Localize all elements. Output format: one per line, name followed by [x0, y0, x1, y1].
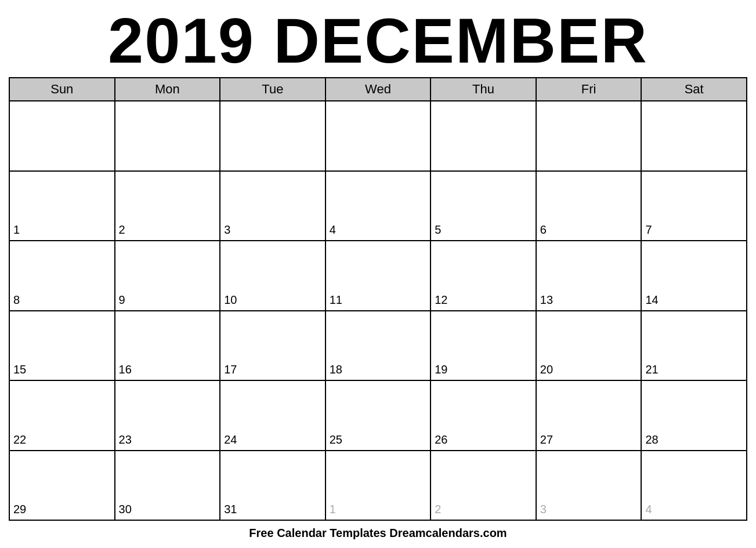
- day-header-sun: Sun: [9, 78, 115, 101]
- calendar-cell[interactable]: 27: [536, 380, 642, 451]
- calendar-cell[interactable]: 20: [536, 311, 642, 381]
- calendar-cell[interactable]: [536, 101, 642, 171]
- week-row-3: 15161718192021: [9, 311, 747, 381]
- calendar-cell[interactable]: 7: [641, 171, 747, 241]
- calendar-cell[interactable]: 11: [325, 241, 431, 311]
- calendar-cell[interactable]: 12: [431, 241, 536, 311]
- calendar-cell[interactable]: 18: [325, 311, 431, 381]
- calendar-cell[interactable]: [431, 101, 536, 171]
- calendar-cell[interactable]: 2: [431, 451, 536, 521]
- day-header-thu: Thu: [431, 78, 536, 101]
- calendar-cell[interactable]: 17: [220, 311, 325, 381]
- week-row-5: 2930311234: [9, 451, 747, 521]
- calendar-cell[interactable]: 22: [9, 380, 115, 451]
- calendar-cell[interactable]: 1: [9, 171, 115, 241]
- calendar-cell[interactable]: 4: [641, 451, 747, 521]
- calendar-title: 2019 DECEMBER: [9, 6, 747, 77]
- week-row-0: [9, 101, 747, 171]
- calendar-cell[interactable]: 3: [220, 171, 325, 241]
- calendar-cell[interactable]: [115, 101, 220, 171]
- calendar-cell[interactable]: 5: [431, 171, 536, 241]
- calendar-cell[interactable]: 23: [115, 380, 220, 451]
- calendar-cell[interactable]: 30: [115, 451, 220, 521]
- calendar-cell[interactable]: 19: [431, 311, 536, 381]
- day-header-tue: Tue: [220, 78, 325, 101]
- calendar-cell[interactable]: 3: [536, 451, 642, 521]
- calendar-cell[interactable]: [9, 101, 115, 171]
- calendar-cell[interactable]: 8: [9, 241, 115, 311]
- day-header-sat: Sat: [641, 78, 747, 101]
- calendar-cell[interactable]: 26: [431, 380, 536, 451]
- calendar-cell[interactable]: 28: [641, 380, 747, 451]
- calendar-cell[interactable]: 9: [115, 241, 220, 311]
- calendar-cell[interactable]: 2: [115, 171, 220, 241]
- calendar-body: 1234567891011121314151617181920212223242…: [9, 101, 747, 520]
- calendar-cell[interactable]: [220, 101, 325, 171]
- calendar-cell[interactable]: 6: [536, 171, 642, 241]
- day-header-fri: Fri: [536, 78, 642, 101]
- calendar-cell[interactable]: 10: [220, 241, 325, 311]
- calendar-cell[interactable]: 24: [220, 380, 325, 451]
- week-row-4: 22232425262728: [9, 380, 747, 451]
- days-header-row: SunMonTueWedThuFriSat: [9, 78, 747, 101]
- calendar-container: 2019 DECEMBER SunMonTueWedThuFriSat 1234…: [0, 0, 756, 548]
- calendar-cell[interactable]: [325, 101, 431, 171]
- calendar-cell[interactable]: 14: [641, 241, 747, 311]
- footer-text: Free Calendar Templates Dreamcalendars.c…: [9, 521, 747, 542]
- calendar-cell[interactable]: 16: [115, 311, 220, 381]
- calendar-cell[interactable]: 31: [220, 451, 325, 521]
- calendar-cell[interactable]: 29: [9, 451, 115, 521]
- calendar-cell[interactable]: 25: [325, 380, 431, 451]
- day-header-wed: Wed: [325, 78, 431, 101]
- calendar-cell[interactable]: [641, 101, 747, 171]
- calendar-cell[interactable]: 4: [325, 171, 431, 241]
- calendar-cell[interactable]: 1: [325, 451, 431, 521]
- calendar-grid: SunMonTueWedThuFriSat 123456789101112131…: [9, 77, 747, 521]
- week-row-1: 1234567: [9, 171, 747, 241]
- week-row-2: 891011121314: [9, 241, 747, 311]
- day-header-mon: Mon: [115, 78, 220, 101]
- calendar-cell[interactable]: 21: [641, 311, 747, 381]
- calendar-cell[interactable]: 13: [536, 241, 642, 311]
- calendar-cell[interactable]: 15: [9, 311, 115, 381]
